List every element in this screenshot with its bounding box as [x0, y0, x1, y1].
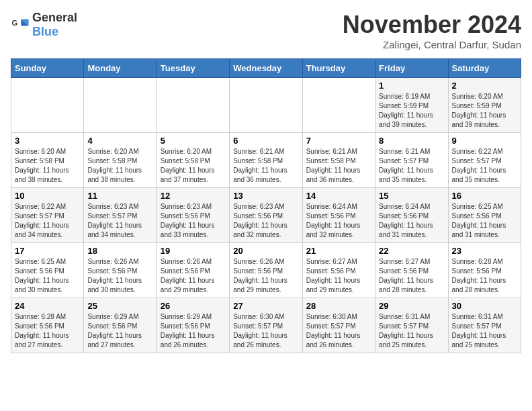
logo-icon: G	[11, 15, 30, 34]
day-number: 10	[15, 191, 80, 201]
day-info: Sunrise: 6:21 AM Sunset: 5:57 PM Dayligh…	[379, 147, 444, 185]
calendar-cell: 6Sunrise: 6:21 AM Sunset: 5:58 PM Daylig…	[230, 133, 302, 188]
calendar-cell	[11, 78, 84, 133]
calendar-cell: 16Sunrise: 6:25 AM Sunset: 5:56 PM Dayli…	[448, 188, 521, 243]
calendar-cell: 25Sunrise: 6:29 AM Sunset: 5:56 PM Dayli…	[84, 298, 157, 353]
day-number: 14	[306, 191, 371, 201]
calendar-cell	[84, 78, 157, 133]
day-info: Sunrise: 6:28 AM Sunset: 5:56 PM Dayligh…	[452, 257, 517, 295]
header-thursday: Thursday	[302, 59, 375, 78]
calendar-cell: 30Sunrise: 6:31 AM Sunset: 5:57 PM Dayli…	[448, 298, 521, 353]
day-info: Sunrise: 6:19 AM Sunset: 5:59 PM Dayligh…	[379, 92, 444, 130]
calendar-cell: 22Sunrise: 6:27 AM Sunset: 5:56 PM Dayli…	[375, 243, 448, 298]
header-saturday: Saturday	[448, 59, 521, 78]
day-info: Sunrise: 6:29 AM Sunset: 5:56 PM Dayligh…	[161, 312, 226, 350]
day-number: 19	[161, 246, 226, 256]
calendar-cell: 13Sunrise: 6:23 AM Sunset: 5:56 PM Dayli…	[230, 188, 302, 243]
calendar-cell: 28Sunrise: 6:30 AM Sunset: 5:57 PM Dayli…	[302, 298, 375, 353]
calendar-cell: 15Sunrise: 6:24 AM Sunset: 5:56 PM Dayli…	[375, 188, 448, 243]
day-number: 17	[15, 246, 80, 256]
calendar-table: Sunday Monday Tuesday Wednesday Thursday…	[11, 58, 521, 353]
day-number: 1	[379, 81, 444, 91]
day-info: Sunrise: 6:30 AM Sunset: 5:57 PM Dayligh…	[233, 312, 298, 350]
day-info: Sunrise: 6:21 AM Sunset: 5:58 PM Dayligh…	[306, 147, 371, 185]
calendar-cell: 4Sunrise: 6:20 AM Sunset: 5:58 PM Daylig…	[84, 133, 157, 188]
calendar-cell: 7Sunrise: 6:21 AM Sunset: 5:58 PM Daylig…	[302, 133, 375, 188]
calendar-cell: 26Sunrise: 6:29 AM Sunset: 5:56 PM Dayli…	[157, 298, 229, 353]
header-friday: Friday	[375, 59, 448, 78]
header-sunday: Sunday	[11, 59, 84, 78]
calendar-cell: 11Sunrise: 6:23 AM Sunset: 5:57 PM Dayli…	[84, 188, 157, 243]
day-number: 13	[233, 191, 298, 201]
calendar-cell: 23Sunrise: 6:28 AM Sunset: 5:56 PM Dayli…	[448, 243, 521, 298]
header-wednesday: Wednesday	[230, 59, 302, 78]
calendar-cell: 5Sunrise: 6:20 AM Sunset: 5:58 PM Daylig…	[157, 133, 229, 188]
day-info: Sunrise: 6:28 AM Sunset: 5:56 PM Dayligh…	[15, 312, 80, 350]
calendar-cell: 2Sunrise: 6:20 AM Sunset: 5:59 PM Daylig…	[448, 78, 521, 133]
calendar-week-3: 10Sunrise: 6:22 AM Sunset: 5:57 PM Dayli…	[11, 188, 521, 243]
header: G General Blue November 2024 Zalingei, C…	[11, 11, 521, 50]
calendar-week-5: 24Sunrise: 6:28 AM Sunset: 5:56 PM Dayli…	[11, 298, 521, 353]
day-info: Sunrise: 6:27 AM Sunset: 5:56 PM Dayligh…	[379, 257, 444, 295]
title-area: November 2024 Zalingei, Central Darfur, …	[343, 11, 521, 50]
calendar-week-1: 1Sunrise: 6:19 AM Sunset: 5:59 PM Daylig…	[11, 78, 521, 133]
day-info: Sunrise: 6:23 AM Sunset: 5:57 PM Dayligh…	[87, 202, 152, 240]
day-number: 8	[379, 136, 444, 146]
calendar-week-2: 3Sunrise: 6:20 AM Sunset: 5:58 PM Daylig…	[11, 133, 521, 188]
day-number: 4	[87, 136, 152, 146]
day-number: 7	[306, 136, 371, 146]
day-number: 20	[233, 246, 298, 256]
location-title: Zalingei, Central Darfur, Sudan	[343, 39, 521, 50]
day-number: 16	[452, 191, 517, 201]
day-number: 29	[379, 301, 444, 311]
calendar-cell: 19Sunrise: 6:26 AM Sunset: 5:56 PM Dayli…	[157, 243, 229, 298]
day-info: Sunrise: 6:20 AM Sunset: 5:59 PM Dayligh…	[452, 92, 517, 130]
month-title: November 2024	[343, 11, 521, 39]
calendar-week-4: 17Sunrise: 6:25 AM Sunset: 5:56 PM Dayli…	[11, 243, 521, 298]
day-info: Sunrise: 6:25 AM Sunset: 5:56 PM Dayligh…	[452, 202, 517, 240]
day-info: Sunrise: 6:22 AM Sunset: 5:57 PM Dayligh…	[15, 202, 80, 240]
day-number: 28	[306, 301, 371, 311]
day-number: 3	[15, 136, 80, 146]
calendar-cell: 14Sunrise: 6:24 AM Sunset: 5:56 PM Dayli…	[302, 188, 375, 243]
header-monday: Monday	[84, 59, 157, 78]
day-info: Sunrise: 6:31 AM Sunset: 5:57 PM Dayligh…	[452, 312, 517, 350]
day-number: 21	[306, 246, 371, 256]
calendar-cell: 17Sunrise: 6:25 AM Sunset: 5:56 PM Dayli…	[11, 243, 84, 298]
day-number: 11	[87, 191, 152, 201]
day-number: 6	[233, 136, 298, 146]
day-info: Sunrise: 6:23 AM Sunset: 5:56 PM Dayligh…	[233, 202, 298, 240]
day-number: 15	[379, 191, 444, 201]
calendar-cell	[230, 78, 302, 133]
calendar-header-row: Sunday Monday Tuesday Wednesday Thursday…	[11, 59, 521, 78]
day-info: Sunrise: 6:26 AM Sunset: 5:56 PM Dayligh…	[161, 257, 226, 295]
day-number: 24	[15, 301, 80, 311]
day-info: Sunrise: 6:31 AM Sunset: 5:57 PM Dayligh…	[379, 312, 444, 350]
day-info: Sunrise: 6:30 AM Sunset: 5:57 PM Dayligh…	[306, 312, 371, 350]
calendar-cell: 21Sunrise: 6:27 AM Sunset: 5:56 PM Dayli…	[302, 243, 375, 298]
logo: G General Blue	[11, 11, 77, 39]
calendar-cell	[302, 78, 375, 133]
calendar-cell: 9Sunrise: 6:22 AM Sunset: 5:57 PM Daylig…	[448, 133, 521, 188]
day-info: Sunrise: 6:22 AM Sunset: 5:57 PM Dayligh…	[452, 147, 517, 185]
logo-text: General Blue	[32, 11, 77, 39]
day-info: Sunrise: 6:21 AM Sunset: 5:58 PM Dayligh…	[233, 147, 298, 185]
day-info: Sunrise: 6:20 AM Sunset: 5:58 PM Dayligh…	[161, 147, 226, 185]
header-tuesday: Tuesday	[157, 59, 229, 78]
day-number: 5	[161, 136, 226, 146]
day-info: Sunrise: 6:24 AM Sunset: 5:56 PM Dayligh…	[379, 202, 444, 240]
calendar-cell	[157, 78, 229, 133]
day-number: 9	[452, 136, 517, 146]
calendar-cell: 27Sunrise: 6:30 AM Sunset: 5:57 PM Dayli…	[230, 298, 302, 353]
day-number: 18	[87, 246, 152, 256]
calendar-cell: 8Sunrise: 6:21 AM Sunset: 5:57 PM Daylig…	[375, 133, 448, 188]
calendar-cell: 1Sunrise: 6:19 AM Sunset: 5:59 PM Daylig…	[375, 78, 448, 133]
day-number: 12	[161, 191, 226, 201]
day-number: 30	[452, 301, 517, 311]
day-number: 22	[379, 246, 444, 256]
day-info: Sunrise: 6:25 AM Sunset: 5:56 PM Dayligh…	[15, 257, 80, 295]
day-info: Sunrise: 6:20 AM Sunset: 5:58 PM Dayligh…	[15, 147, 80, 185]
day-number: 23	[452, 246, 517, 256]
calendar-cell: 3Sunrise: 6:20 AM Sunset: 5:58 PM Daylig…	[11, 133, 84, 188]
day-number: 27	[233, 301, 298, 311]
